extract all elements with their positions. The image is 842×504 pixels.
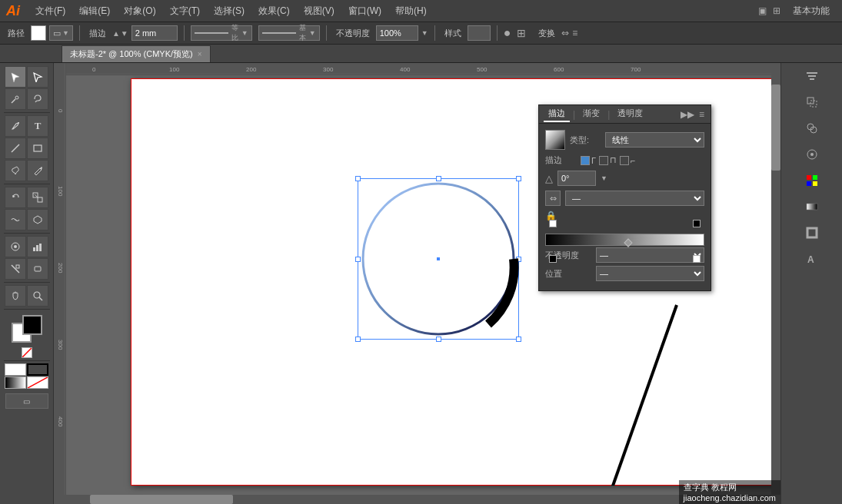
gradient-stop-black[interactable] <box>549 255 557 263</box>
panel-icon-2[interactable] <box>800 91 824 114</box>
stroke-down-icon[interactable]: ▼ <box>121 29 128 38</box>
line-style2[interactable]: 基本 ▼ <box>258 25 320 41</box>
panel-icon-4[interactable] <box>800 143 824 166</box>
stroke-icon-2: ⊓ <box>610 155 617 165</box>
vertical-scrollbar[interactable] <box>771 63 780 495</box>
foreground-color-swatch[interactable] <box>22 315 42 335</box>
gradient-reverse-btn[interactable]: ⇔ <box>545 191 561 206</box>
gradient-aspect-select[interactable]: — <box>565 191 704 206</box>
workspace-label[interactable]: 基本功能 <box>787 3 836 19</box>
screen-mode-btn[interactable]: ▭ <box>5 393 48 409</box>
scale-tool[interactable] <box>27 187 48 208</box>
circle-container[interactable] <box>358 178 519 340</box>
rect-shape-icon[interactable]: ▭ <box>53 28 61 38</box>
svg-line-19 <box>22 348 32 357</box>
line-style2-dropdown[interactable]: ▼ <box>309 29 316 37</box>
style-preview[interactable] <box>468 25 491 41</box>
panel-icon-7[interactable] <box>800 221 824 244</box>
lasso-tool[interactable] <box>27 88 48 110</box>
stroke-checkbox-1[interactable] <box>581 156 590 165</box>
fill-color-box[interactable] <box>5 363 26 376</box>
zoom-tool[interactable] <box>27 285 48 307</box>
free-transform-tool[interactable] <box>27 209 48 230</box>
pencil-tool[interactable] <box>27 160 48 181</box>
tool-row-6 <box>5 187 48 208</box>
canvas-area[interactable]: 0 100 200 300 400 500 600 700 0 100 200 … <box>54 63 780 504</box>
position-select[interactable]: — <box>596 266 704 281</box>
slice-tool[interactable] <box>5 258 26 280</box>
gradient-swatch[interactable] <box>5 376 26 389</box>
svg-rect-48 <box>813 175 817 180</box>
panel-icon-1[interactable] <box>800 65 824 88</box>
svg-text:600: 600 <box>554 66 564 73</box>
circle-icon[interactable]: ● <box>504 26 511 40</box>
hand-tool[interactable] <box>5 285 26 307</box>
panel-menu-btn[interactable]: ≡ <box>697 109 706 120</box>
tab-close-button[interactable]: × <box>198 50 202 58</box>
menu-edit[interactable]: 编辑(E) <box>73 3 116 19</box>
column-chart-tool[interactable] <box>27 236 48 257</box>
panel-icon-5[interactable] <box>800 169 824 192</box>
stroke-value-input[interactable] <box>131 25 178 41</box>
transform-icon1[interactable]: ⇔ <box>561 28 569 38</box>
menu-file[interactable]: 文件(F) <box>29 3 72 19</box>
panel-collapse-btn[interactable]: ▶▶ <box>679 109 696 120</box>
angle-dropdown-icon[interactable]: ▼ <box>601 174 607 182</box>
stroke-color-swatch[interactable] <box>31 25 46 41</box>
panel-icon-6[interactable] <box>800 195 824 218</box>
no-fill-btn[interactable] <box>22 347 32 358</box>
svg-rect-49 <box>807 181 811 186</box>
shape-dropdown-icon[interactable]: ▼ <box>62 29 69 37</box>
line-style1[interactable]: 等比 ▼ <box>191 25 252 41</box>
stroke-up-icon[interactable]: ▲ <box>112 29 120 38</box>
svg-text:200: 200 <box>246 66 257 73</box>
pen-tool[interactable] <box>5 115 26 137</box>
rotate-tool[interactable] <box>5 187 26 208</box>
stroke-checkbox-2[interactable] <box>599 156 608 165</box>
panel-tab-opacity[interactable]: 透明度 <box>613 106 647 122</box>
magic-wand-tool[interactable] <box>5 88 26 110</box>
stroke-checkbox-3[interactable] <box>620 156 629 165</box>
menu-view[interactable]: 视图(V) <box>298 3 341 19</box>
menu-text[interactable]: 文字(T) <box>164 3 206 19</box>
tool-row-9 <box>5 258 48 280</box>
panel-icon-8[interactable]: A <box>800 247 824 270</box>
menu-object[interactable]: 对象(O) <box>118 3 161 19</box>
line-tool[interactable] <box>5 138 26 159</box>
line-style1-dropdown[interactable]: ▼ <box>241 29 248 37</box>
horizontal-scrollbar[interactable] <box>54 495 771 504</box>
text-tool[interactable]: T <box>27 115 48 137</box>
eraser-tool[interactable] <box>27 258 48 280</box>
gradient-bar[interactable] <box>545 234 704 246</box>
direct-select-tool[interactable] <box>27 66 48 88</box>
gradient-stop-top-right[interactable] <box>693 220 701 227</box>
opacity-input[interactable] <box>376 25 418 41</box>
menu-select[interactable]: 选择(S) <box>208 3 251 19</box>
stroke-color-box[interactable] <box>27 363 48 376</box>
panel-icon-3[interactable] <box>800 117 824 140</box>
gradient-type-select[interactable]: 线性 径向 <box>605 132 704 148</box>
transform-icon2[interactable]: ≡ <box>572 28 577 38</box>
gradient-stop-top-left[interactable] <box>549 220 557 227</box>
gradient-stop-white[interactable] <box>693 255 701 263</box>
brush-tool[interactable] <box>5 160 26 181</box>
select-tool[interactable] <box>5 66 26 88</box>
symbol-tool[interactable] <box>5 236 26 257</box>
canvas-tab[interactable]: 未标题-2* @ 100% (CMYK/预览) × <box>62 45 211 62</box>
menu-effect[interactable]: 效果(C) <box>252 3 296 19</box>
none-swatch[interactable] <box>27 376 48 389</box>
gradient-midpoint[interactable] <box>624 238 632 247</box>
horizontal-scrollbar-thumb[interactable] <box>90 495 234 504</box>
menu-help[interactable]: 帮助(H) <box>389 3 433 19</box>
grid-icon[interactable]: ⊞ <box>517 27 526 39</box>
opacity-dropdown-icon[interactable]: ▼ <box>421 29 428 37</box>
panel-tab-gradient[interactable]: 渐变 <box>578 106 604 122</box>
panel-tab-stroke[interactable]: 描边 <box>544 106 570 122</box>
tool-sep-4 <box>4 282 50 283</box>
rect-tool[interactable] <box>27 138 48 159</box>
angle-input[interactable] <box>557 171 596 186</box>
warp-tool[interactable] <box>5 209 26 230</box>
menu-window[interactable]: 窗口(W) <box>342 3 388 19</box>
vertical-scrollbar-thumb[interactable] <box>771 85 780 171</box>
screen-mode-icon: ▭ <box>23 397 30 406</box>
